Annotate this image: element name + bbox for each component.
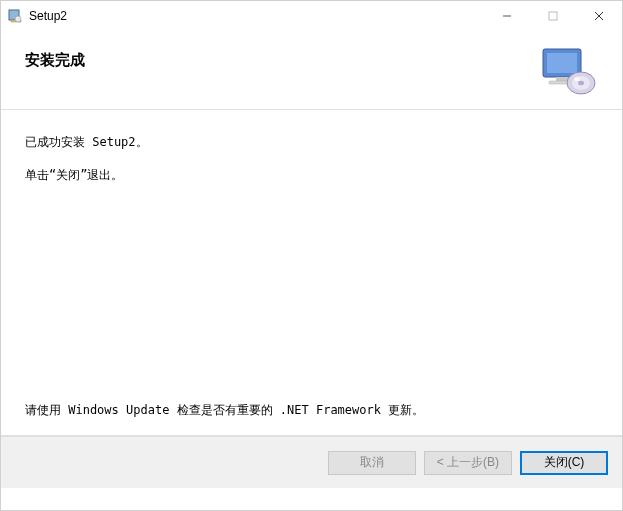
page-title: 安装完成 <box>25 45 85 70</box>
window-title: Setup2 <box>29 9 484 23</box>
instruction-text: 单击“关闭”退出。 <box>25 167 598 184</box>
svg-point-14 <box>574 77 580 81</box>
minimize-button[interactable] <box>484 1 530 31</box>
titlebar: Setup2 <box>1 1 622 31</box>
computer-disc-icon <box>538 45 598 99</box>
spacer <box>25 200 598 402</box>
header: 安装完成 <box>1 31 622 109</box>
close-action-button[interactable]: 关闭(C) <box>520 451 608 475</box>
cancel-button: 取消 <box>328 451 416 475</box>
footer: 取消 < 上一步(B) 关闭(C) <box>1 436 622 488</box>
svg-rect-9 <box>556 77 568 81</box>
installer-icon <box>7 8 23 24</box>
svg-rect-8 <box>547 53 577 73</box>
back-button: < 上一步(B) <box>424 451 512 475</box>
svg-point-13 <box>578 81 584 86</box>
maximize-button <box>530 1 576 31</box>
window-controls <box>484 1 622 31</box>
body: 已成功安装 Setup2。 单击“关闭”退出。 请使用 Windows Upda… <box>1 110 622 435</box>
svg-point-2 <box>15 16 21 22</box>
svg-rect-4 <box>549 12 557 20</box>
close-button[interactable] <box>576 1 622 31</box>
update-note: 请使用 Windows Update 检查是否有重要的 .NET Framewo… <box>25 402 598 419</box>
success-message: 已成功安装 Setup2。 <box>25 134 598 151</box>
